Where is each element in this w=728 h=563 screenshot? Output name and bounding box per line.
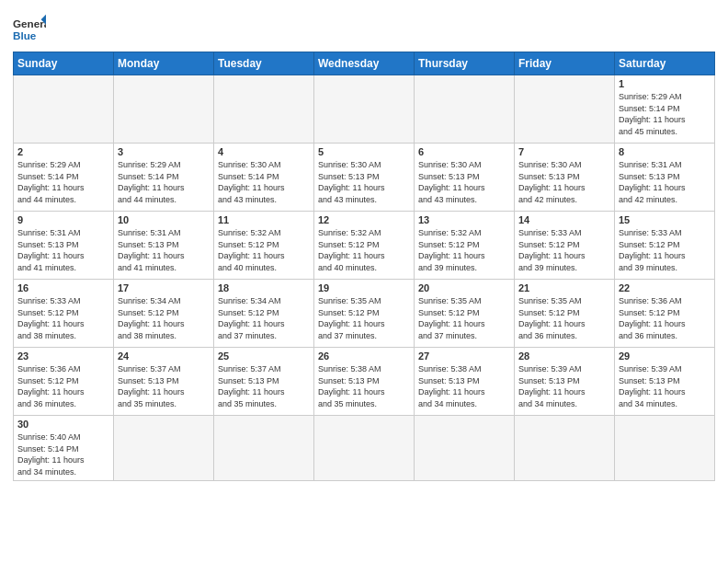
svg-text:Blue: Blue [13,29,37,41]
day-info: Sunrise: 5:32 AM Sunset: 5:12 PM Dayligh… [218,227,310,273]
calendar-cell: 8Sunrise: 5:31 AM Sunset: 5:13 PM Daylig… [615,144,715,212]
calendar-cell [214,75,314,144]
day-number: 23 [17,350,109,362]
calendar-cell: 27Sunrise: 5:38 AM Sunset: 5:13 PM Dayli… [415,348,515,416]
day-info: Sunrise: 5:38 AM Sunset: 5:13 PM Dayligh… [418,363,510,409]
day-info: Sunrise: 5:32 AM Sunset: 5:12 PM Dayligh… [418,227,510,273]
weekday-header-friday: Friday [515,52,615,75]
calendar-cell [415,416,515,481]
day-info: Sunrise: 5:30 AM Sunset: 5:13 PM Dayligh… [418,159,510,205]
day-info: Sunrise: 5:29 AM Sunset: 5:14 PM Dayligh… [118,159,210,205]
day-info: Sunrise: 5:32 AM Sunset: 5:12 PM Dayligh… [318,227,410,273]
calendar-cell: 19Sunrise: 5:35 AM Sunset: 5:12 PM Dayli… [314,280,415,348]
calendar-cell: 14Sunrise: 5:33 AM Sunset: 5:12 PM Dayli… [515,212,615,280]
day-number: 28 [518,350,610,362]
day-info: Sunrise: 5:31 AM Sunset: 5:13 PM Dayligh… [118,227,210,273]
day-info: Sunrise: 5:39 AM Sunset: 5:13 PM Dayligh… [518,363,610,409]
day-info: Sunrise: 5:29 AM Sunset: 5:14 PM Dayligh… [619,91,711,137]
calendar-cell [114,416,214,481]
day-number: 20 [418,282,510,293]
day-info: Sunrise: 5:33 AM Sunset: 5:12 PM Dayligh… [17,295,109,341]
day-number: 6 [418,146,510,157]
calendar-cell: 17Sunrise: 5:34 AM Sunset: 5:12 PM Dayli… [114,280,214,348]
calendar-week-3: 9Sunrise: 5:31 AM Sunset: 5:13 PM Daylig… [14,212,715,280]
day-info: Sunrise: 5:34 AM Sunset: 5:12 PM Dayligh… [218,295,310,341]
day-info: Sunrise: 5:33 AM Sunset: 5:12 PM Dayligh… [619,227,711,273]
calendar-cell: 25Sunrise: 5:37 AM Sunset: 5:13 PM Dayli… [214,348,314,416]
calendar-cell: 9Sunrise: 5:31 AM Sunset: 5:13 PM Daylig… [14,212,114,280]
calendar-cell: 22Sunrise: 5:36 AM Sunset: 5:12 PM Dayli… [615,280,715,348]
day-info: Sunrise: 5:40 AM Sunset: 5:14 PM Dayligh… [17,431,109,477]
calendar-cell [615,416,715,481]
day-info: Sunrise: 5:38 AM Sunset: 5:13 PM Dayligh… [318,363,410,409]
day-info: Sunrise: 5:30 AM Sunset: 5:14 PM Dayligh… [218,159,310,205]
day-number: 14 [518,214,610,225]
day-number: 24 [118,350,210,362]
calendar-cell: 29Sunrise: 5:39 AM Sunset: 5:13 PM Dayli… [615,348,715,416]
weekday-header-sunday: Sunday [14,52,114,75]
calendar-week-2: 2Sunrise: 5:29 AM Sunset: 5:14 PM Daylig… [14,144,715,212]
day-info: Sunrise: 5:30 AM Sunset: 5:13 PM Dayligh… [318,159,410,205]
calendar-cell [14,75,114,144]
calendar-cell: 28Sunrise: 5:39 AM Sunset: 5:13 PM Dayli… [515,348,615,416]
calendar-cell: 15Sunrise: 5:33 AM Sunset: 5:12 PM Dayli… [615,212,715,280]
calendar-cell [314,75,415,144]
day-number: 26 [318,350,410,362]
calendar-cell: 2Sunrise: 5:29 AM Sunset: 5:14 PM Daylig… [14,144,114,212]
day-number: 11 [218,214,310,225]
day-number: 7 [518,146,610,157]
day-info: Sunrise: 5:37 AM Sunset: 5:13 PM Dayligh… [218,363,310,409]
day-number: 29 [619,350,711,362]
day-info: Sunrise: 5:39 AM Sunset: 5:13 PM Dayligh… [619,363,711,409]
day-number: 1 [619,78,711,89]
weekday-header-wednesday: Wednesday [314,52,415,75]
day-info: Sunrise: 5:35 AM Sunset: 5:12 PM Dayligh… [518,295,610,341]
calendar-cell: 3Sunrise: 5:29 AM Sunset: 5:14 PM Daylig… [114,144,214,212]
calendar-cell: 21Sunrise: 5:35 AM Sunset: 5:12 PM Dayli… [515,280,615,348]
calendar-week-6: 30Sunrise: 5:40 AM Sunset: 5:14 PM Dayli… [14,416,715,481]
day-number: 2 [17,146,109,157]
calendar-cell [214,416,314,481]
calendar-cell [415,75,515,144]
day-number: 30 [17,419,109,430]
calendar-cell: 10Sunrise: 5:31 AM Sunset: 5:13 PM Dayli… [114,212,214,280]
day-info: Sunrise: 5:33 AM Sunset: 5:12 PM Dayligh… [518,227,610,273]
day-number: 4 [218,146,310,157]
day-number: 15 [619,214,711,225]
day-number: 16 [17,282,109,293]
calendar-cell [515,416,615,481]
weekday-header-saturday: Saturday [615,52,715,75]
calendar-cell [314,416,415,481]
day-info: Sunrise: 5:30 AM Sunset: 5:13 PM Dayligh… [518,159,610,205]
day-number: 5 [318,146,410,157]
svg-text:General: General [13,17,46,29]
day-info: Sunrise: 5:29 AM Sunset: 5:14 PM Dayligh… [17,159,109,205]
calendar-cell: 20Sunrise: 5:35 AM Sunset: 5:12 PM Dayli… [415,280,515,348]
calendar-cell: 16Sunrise: 5:33 AM Sunset: 5:12 PM Dayli… [14,280,114,348]
day-number: 27 [418,350,510,362]
day-number: 19 [318,282,410,293]
weekday-header-tuesday: Tuesday [214,52,314,75]
calendar-cell: 23Sunrise: 5:36 AM Sunset: 5:12 PM Dayli… [14,348,114,416]
calendar-cell [515,75,615,144]
day-number: 12 [318,214,410,225]
calendar-week-4: 16Sunrise: 5:33 AM Sunset: 5:12 PM Dayli… [14,280,715,348]
generalblue-logo-icon: General Blue [13,13,46,46]
day-number: 25 [218,350,310,362]
day-info: Sunrise: 5:35 AM Sunset: 5:12 PM Dayligh… [318,295,410,341]
day-number: 21 [518,282,610,293]
calendar-cell: 18Sunrise: 5:34 AM Sunset: 5:12 PM Dayli… [214,280,314,348]
calendar-cell: 26Sunrise: 5:38 AM Sunset: 5:13 PM Dayli… [314,348,415,416]
day-number: 17 [118,282,210,293]
weekday-header-monday: Monday [114,52,214,75]
logo-area: General Blue [13,13,46,46]
day-info: Sunrise: 5:34 AM Sunset: 5:12 PM Dayligh… [118,295,210,341]
calendar-cell: 7Sunrise: 5:30 AM Sunset: 5:13 PM Daylig… [515,144,615,212]
calendar-cell: 12Sunrise: 5:32 AM Sunset: 5:12 PM Dayli… [314,212,415,280]
weekday-header-row: SundayMondayTuesdayWednesdayThursdayFrid… [14,52,715,75]
calendar-cell: 24Sunrise: 5:37 AM Sunset: 5:13 PM Dayli… [114,348,214,416]
calendar-cell [114,75,214,144]
calendar-cell: 5Sunrise: 5:30 AM Sunset: 5:13 PM Daylig… [314,144,415,212]
calendar-cell: 1Sunrise: 5:29 AM Sunset: 5:14 PM Daylig… [615,75,715,144]
day-info: Sunrise: 5:35 AM Sunset: 5:12 PM Dayligh… [418,295,510,341]
